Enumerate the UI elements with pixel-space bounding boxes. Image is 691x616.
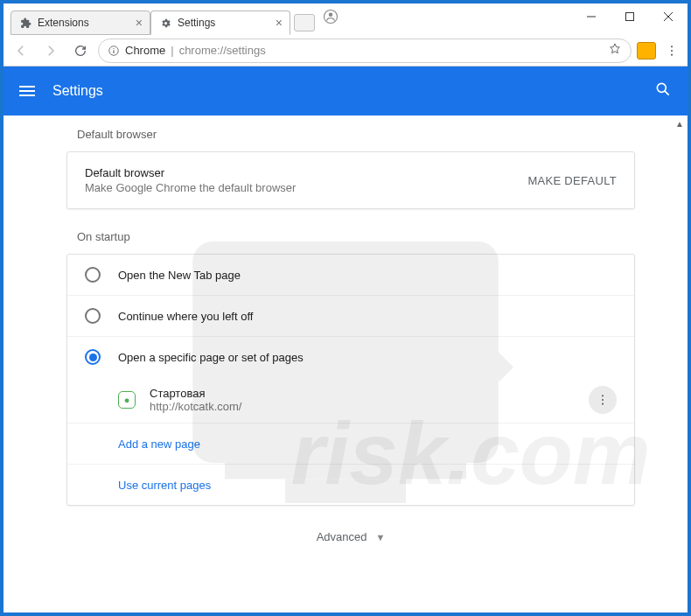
svg-point-9	[671, 46, 673, 47]
startup-card: Open the New Tab page Continue where you…	[66, 254, 635, 506]
startup-option-continue[interactable]: Continue where you left off	[67, 296, 634, 337]
close-icon[interactable]: ×	[276, 17, 283, 29]
add-new-page-link[interactable]: Add a new page	[118, 438, 200, 451]
tab-strip: Extensions × Settings ×	[3, 4, 315, 35]
settings-content[interactable]: ▲ risk.com Default browser Default brows…	[3, 116, 688, 612]
tab-label: Settings	[178, 17, 215, 29]
default-browser-title: Default browser	[85, 166, 296, 179]
tab-label: Extensions	[38, 17, 89, 29]
startup-page-url: http://kotcatk.com/	[150, 400, 242, 413]
extension-icon[interactable]	[637, 42, 656, 60]
add-new-page-row[interactable]: Add a new page	[67, 424, 634, 465]
back-button[interactable]	[9, 38, 33, 63]
svg-point-7	[113, 48, 114, 49]
settings-title: Settings	[52, 83, 103, 99]
startup-option-newtab[interactable]: Open the New Tab page	[67, 255, 634, 296]
advanced-label: Advanced	[317, 530, 367, 543]
settings-header: Settings	[3, 66, 688, 116]
forward-button[interactable]	[38, 38, 63, 63]
svg-line-13	[665, 91, 669, 95]
search-icon[interactable]	[654, 80, 672, 102]
advanced-toggle[interactable]: Advanced ▼	[66, 530, 635, 543]
url-path: chrome://settings	[179, 44, 266, 57]
chrome-menu-button[interactable]	[661, 44, 682, 58]
radio-icon	[85, 308, 101, 324]
use-current-pages-row[interactable]: Use current pages	[67, 465, 634, 505]
window-controls	[572, 4, 688, 30]
svg-point-21	[602, 403, 604, 405]
minimize-button[interactable]	[572, 4, 611, 30]
close-icon[interactable]: ×	[136, 17, 143, 29]
new-tab-button[interactable]	[294, 14, 315, 32]
gear-icon	[158, 16, 172, 30]
default-browser-subtitle: Make Google Chrome the default browser	[85, 181, 296, 194]
titlebar: Extensions × Settings ×	[3, 4, 688, 35]
radio-label: Continue where you left off	[118, 310, 253, 323]
tab-settings[interactable]: Settings ×	[150, 10, 290, 35]
maximize-button[interactable]	[611, 4, 649, 30]
svg-point-10	[671, 49, 673, 51]
hamburger-menu-icon[interactable]	[19, 86, 35, 96]
use-current-pages-link[interactable]: Use current pages	[118, 479, 211, 492]
bookmark-star-icon[interactable]	[608, 42, 622, 59]
radio-label: Open the New Tab page	[118, 269, 241, 282]
url-origin: Chrome	[125, 44, 165, 57]
chevron-down-icon: ▼	[375, 532, 385, 542]
puzzle-icon	[18, 16, 32, 30]
page-favicon-icon: ●	[118, 391, 136, 409]
svg-point-1	[329, 13, 333, 18]
info-icon	[108, 45, 120, 57]
startup-page-title: Стартовая	[150, 387, 242, 400]
tab-extensions[interactable]: Extensions ×	[10, 10, 150, 35]
radio-icon	[85, 349, 101, 365]
scroll-up-arrow-icon[interactable]: ▲	[675, 119, 684, 129]
svg-point-11	[671, 53, 673, 55]
section-label-default-browser: Default browser	[77, 128, 635, 141]
svg-point-12	[657, 83, 666, 92]
chrome-window: Extensions × Settings ×	[3, 4, 688, 612]
close-window-button[interactable]	[649, 4, 688, 30]
section-label-startup: On startup	[77, 230, 635, 243]
startup-option-specific[interactable]: Open a specific page or set of pages	[67, 337, 634, 377]
profile-icon[interactable]	[315, 4, 346, 30]
omnibox[interactable]: Chrome | chrome://settings	[98, 38, 632, 63]
more-actions-button[interactable]	[589, 386, 617, 414]
radio-icon	[85, 267, 101, 283]
address-bar: Chrome | chrome://settings	[3, 35, 688, 66]
reload-button[interactable]	[68, 38, 93, 63]
svg-point-20	[602, 399, 604, 401]
svg-rect-8	[113, 50, 114, 53]
startup-page-entry: ● Стартовая http://kotcatk.com/	[67, 377, 634, 424]
svg-rect-3	[626, 13, 634, 21]
svg-point-19	[602, 395, 604, 396]
radio-label: Open a specific page or set of pages	[118, 351, 304, 364]
default-browser-card: Default browser Make Google Chrome the d…	[66, 151, 635, 209]
make-default-button[interactable]: MAKE DEFAULT	[527, 174, 617, 187]
